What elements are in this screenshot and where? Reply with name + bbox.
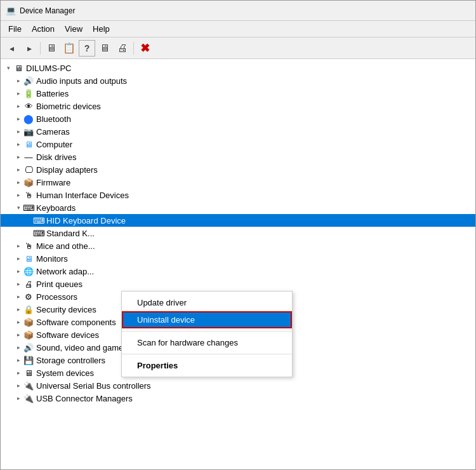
menu-help[interactable]: Help (88, 22, 115, 36)
softdev-label: Software devices (36, 330, 99, 340)
context-menu: Update driver Uninstall device Scan for … (121, 291, 293, 377)
sound-arrow (13, 342, 23, 352)
mice-label: Mice and othe... (36, 241, 95, 251)
batteries-label: Batteries (36, 89, 69, 98)
cameras-arrow (13, 126, 23, 137)
menu-view[interactable]: View (60, 22, 88, 36)
tree-item-computer[interactable]: 🖥 Computer (1, 138, 475, 151)
menu-action[interactable]: Action (27, 22, 60, 36)
biometric-arrow (13, 101, 23, 111)
audio-arrow (13, 76, 23, 86)
softcomp-arrow (13, 317, 23, 327)
firmware-label: Firmware (36, 178, 70, 187)
ctx-uninstall-device[interactable]: Uninstall device (122, 311, 292, 328)
hid-keyboard-icon: ⌨ (34, 215, 44, 225)
disk-icon: — (23, 152, 34, 162)
tree-item-hid[interactable]: 🖱 Human Interface Devices (1, 189, 475, 201)
usb-arrow (13, 380, 23, 391)
update-button[interactable]: 🖥 (96, 40, 113, 57)
computer-button[interactable]: 🖥 (43, 40, 60, 57)
display-label: Display adapters (36, 165, 98, 175)
properties-button[interactable]: 📋 (61, 40, 77, 57)
tree-item-hid-keyboard[interactable]: ⌨ HID Keyboard Device (1, 214, 475, 227)
computer-icon: 🖥 (23, 139, 34, 149)
forward-button[interactable]: ▸ (21, 40, 37, 57)
tree-item-keyboards[interactable]: ⌨ Keyboards (1, 201, 475, 214)
scan-button[interactable]: 🖨 (114, 40, 131, 57)
system-label: System devices (36, 368, 94, 378)
standard-keyboard-label: Standard K... (46, 229, 95, 238)
ctx-sep-2 (122, 354, 292, 354)
display-icon: 🖵 (23, 164, 34, 175)
tree-item-biometric[interactable]: 👁 Biometric devices (1, 100, 475, 112)
main-content: 🖥 DILUMS-PC 🔊 Audio inputs and outputs 🔋… (1, 59, 475, 469)
softcomp-icon: 📦 (23, 317, 34, 327)
standard-keyboard-icon: ⌨ (34, 228, 44, 238)
usbconn-icon: 🔌 (23, 393, 34, 403)
computer-arrow (13, 139, 23, 149)
network-arrow (13, 266, 23, 276)
root-arrow (3, 63, 13, 73)
print-label: Print queues (36, 279, 83, 289)
tree-item-monitors[interactable]: 🖥 Monitors (1, 252, 475, 265)
tree-item-mice[interactable]: 🖱 Mice and othe... (1, 239, 475, 252)
system-icon: 🖥 (23, 368, 34, 378)
title-text: Device Manager (20, 6, 75, 15)
tree-area[interactable]: 🖥 DILUMS-PC 🔊 Audio inputs and outputs 🔋… (1, 59, 475, 469)
processors-icon: ⚙ (23, 292, 34, 302)
tree-item-firmware[interactable]: 📦 Firmware (1, 176, 475, 189)
softdev-arrow (13, 330, 23, 340)
keyboards-icon: ⌨ (23, 203, 34, 213)
tree-item-disk[interactable]: — Disk drives (1, 151, 475, 163)
menu-file[interactable]: File (3, 22, 27, 36)
sound-icon: 🔊 (23, 342, 34, 352)
delete-button[interactable]: ✖ (136, 40, 153, 57)
ctx-sep-1 (122, 331, 292, 332)
usb-icon: 🔌 (23, 380, 34, 391)
softdev-icon: 📦 (23, 330, 34, 340)
tree-item-display[interactable]: 🖵 Display adapters (1, 163, 475, 176)
processors-label: Processors (36, 292, 77, 302)
tree-root[interactable]: 🖥 DILUMS-PC (1, 62, 475, 74)
back-button[interactable]: ◂ (3, 40, 20, 57)
tree-item-standard-keyboard[interactable]: ⌨ Standard K... (1, 227, 475, 239)
print-icon: 🖨 (23, 279, 34, 289)
processors-arrow (13, 292, 23, 302)
network-label: Network adap... (36, 267, 94, 276)
help-button[interactable]: ? (79, 40, 95, 57)
audio-label: Audio inputs and outputs (36, 76, 127, 86)
tree-item-batteries[interactable]: 🔋 Batteries (1, 87, 475, 100)
bluetooth-label: Bluetooth (36, 114, 71, 124)
ctx-scan-changes[interactable]: Scan for hardware changes (122, 334, 292, 351)
biometric-icon: 👁 (23, 101, 34, 111)
softcomp-label: Software components (36, 318, 116, 327)
ctx-update-driver[interactable]: Update driver (122, 294, 292, 311)
tree-item-usb[interactable]: 🔌 Universal Serial Bus controllers (1, 379, 475, 392)
tree-item-bluetooth[interactable]: ⬤ Bluetooth (1, 112, 475, 125)
audio-icon: 🔊 (23, 76, 34, 86)
toolbar-sep-1 (40, 42, 41, 55)
cameras-label: Cameras (36, 127, 70, 137)
network-icon: 🌐 (23, 266, 34, 276)
tree-item-network[interactable]: 🌐 Network adap... (1, 265, 475, 278)
disk-label: Disk drives (36, 152, 77, 162)
monitors-arrow (13, 253, 23, 264)
tree-item-print[interactable]: 🖨 Print queues (1, 278, 475, 290)
hid-arrow (13, 190, 23, 200)
storage-label: Storage controllers (36, 356, 105, 365)
tree-item-cameras[interactable]: 📷 Cameras (1, 125, 475, 138)
device-manager-window: 💻 Device Manager File Action View Help ◂… (0, 0, 476, 470)
toolbar-sep-2 (133, 42, 134, 55)
tree-item-usbconn[interactable]: 🔌 USB Connector Managers (1, 392, 475, 405)
title-icon: 💻 (6, 6, 16, 16)
system-arrow (13, 368, 23, 378)
storage-arrow (13, 355, 23, 365)
firmware-icon: 📦 (23, 177, 34, 187)
root-icon: 🖥 (13, 63, 23, 73)
disk-arrow (13, 152, 23, 162)
hid-label: Human Interface Devices (36, 191, 129, 200)
tree-item-audio[interactable]: 🔊 Audio inputs and outputs (1, 74, 475, 87)
ctx-properties[interactable]: Properties (122, 357, 292, 374)
monitors-label: Monitors (36, 254, 68, 264)
batteries-arrow (13, 88, 23, 98)
